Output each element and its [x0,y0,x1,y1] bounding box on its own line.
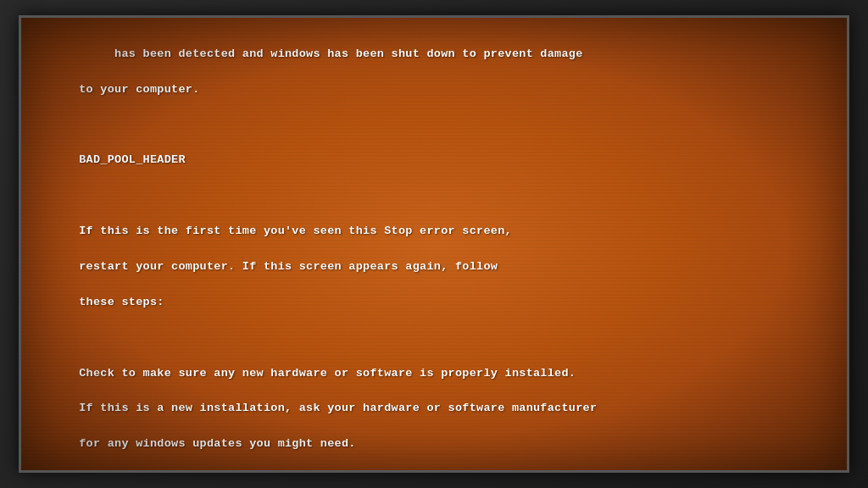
bsod-error-code: BAD_POOL_HEADER [79,153,186,166]
monitor: has been detected and windows has been s… [0,0,868,488]
bsod-line8: these steps: [79,296,164,308]
bsod-line6: If this is the first time you've seen th… [79,225,512,237]
bsod-line1: has been detected and windows has been s… [79,47,582,60]
bsod-screen: has been detected and windows has been s… [19,15,849,473]
bsod-line12: for any windows updates you might need. [79,437,355,450]
bsod-content: has been detected and windows has been s… [21,18,847,470]
bsod-line10: Check to make sure any new hardware or s… [79,367,576,380]
bsod-line7: restart your computer. If this screen ap… [79,260,498,273]
bsod-line11: If this is a new installation, ask your … [79,402,597,414]
bsod-line2: to your computer. [79,83,199,96]
